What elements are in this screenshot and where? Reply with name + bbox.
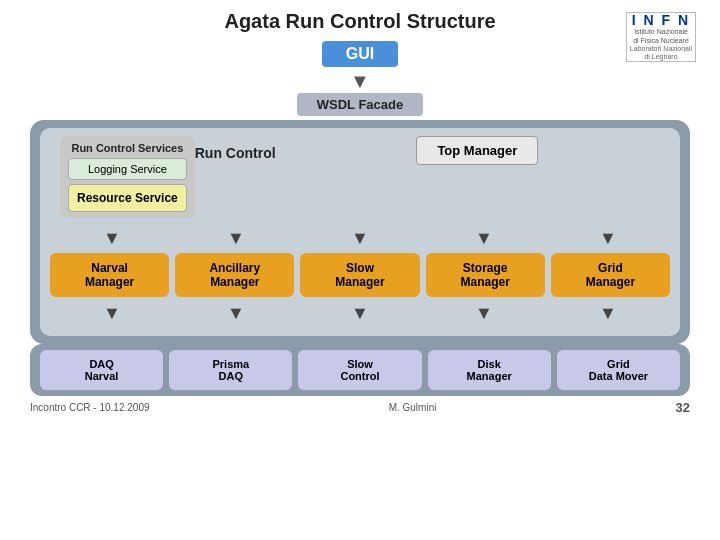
run-control-left: Run Control Top Manager: [195, 136, 670, 165]
managers-row: NarvalManager AncillaryManager SlowManag…: [50, 253, 670, 297]
gui-label: GUI: [322, 41, 398, 67]
arrows-from-top-manager: ▼ ▼ ▼ ▼ ▼: [50, 226, 670, 251]
footer-left: Incontro CCR - 10.12.2009: [30, 402, 150, 413]
run-control-label: Run Control: [195, 141, 285, 161]
manager-grid: GridManager: [551, 253, 670, 297]
page-number: 32: [676, 400, 690, 415]
gui-box: GUI: [20, 41, 700, 67]
bottom-prisma-daq: PrismaDAQ: [169, 350, 292, 390]
logging-service-box: Logging Service: [68, 158, 187, 180]
bottom-daq-narval: DAQNarval: [40, 350, 163, 390]
arrow-storage-down: ▼: [475, 303, 493, 324]
run-control-row: Run Control Services Logging Service Res…: [50, 136, 670, 222]
manager-narval: NarvalManager: [50, 253, 169, 297]
run-control-services-box: Run Control Services Logging Service Res…: [60, 136, 195, 218]
outer-container: Run Control Services Logging Service Res…: [30, 120, 690, 344]
rcs-title: Run Control Services: [68, 142, 187, 154]
manager-slow: SlowManager: [300, 253, 419, 297]
wsdl-box: WSDL Facade: [20, 93, 700, 116]
wsdl-label: WSDL Facade: [297, 93, 423, 116]
bottom-outer-container: DAQNarval PrismaDAQ SlowControl DiskMana…: [30, 344, 690, 396]
arrow-gui-to-wsdl: ▼: [20, 71, 700, 91]
top-manager-wrapper: Top Manager: [285, 136, 670, 165]
logo-text: I N F N: [632, 12, 690, 28]
resource-service-label: Resource Service: [77, 191, 178, 205]
infn-logo: I N F N Istituto Nazionaledi Fisica Nucl…: [626, 12, 696, 62]
arrow-grid-down: ▼: [599, 303, 617, 324]
arrow-to-narval: ▼: [103, 228, 121, 249]
logging-service-label: Logging Service: [88, 163, 167, 175]
arrows-to-bottom: ▼ ▼ ▼ ▼ ▼: [50, 301, 670, 326]
footer-center: M. Gulmini: [389, 402, 437, 413]
bottom-slow-control: SlowControl: [298, 350, 421, 390]
arrow-to-ancillary: ▼: [227, 228, 245, 249]
manager-ancillary: AncillaryManager: [175, 253, 294, 297]
manager-storage: StorageManager: [426, 253, 545, 297]
resource-service-box: Resource Service: [68, 184, 187, 212]
inner-container: Run Control Services Logging Service Res…: [40, 128, 680, 336]
bottom-row: DAQNarval PrismaDAQ SlowControl DiskMana…: [40, 350, 680, 390]
bottom-grid-data-mover: GridData Mover: [557, 350, 680, 390]
footer: Incontro CCR - 10.12.2009 M. Gulmini 32: [20, 400, 700, 415]
arrow-to-storage: ▼: [475, 228, 493, 249]
arrow-narval-down: ▼: [103, 303, 121, 324]
page-title: Agata Run Control Structure: [20, 10, 700, 33]
bottom-disk-manager: DiskManager: [428, 350, 551, 390]
arrow-ancillary-down: ▼: [227, 303, 245, 324]
arrow-slow-down: ▼: [351, 303, 369, 324]
logo-sub: Istituto Nazionaledi Fisica NucleareLabo…: [630, 28, 692, 62]
top-manager-box: Top Manager: [416, 136, 538, 165]
arrow-to-grid: ▼: [599, 228, 617, 249]
arrow-to-slow: ▼: [351, 228, 369, 249]
